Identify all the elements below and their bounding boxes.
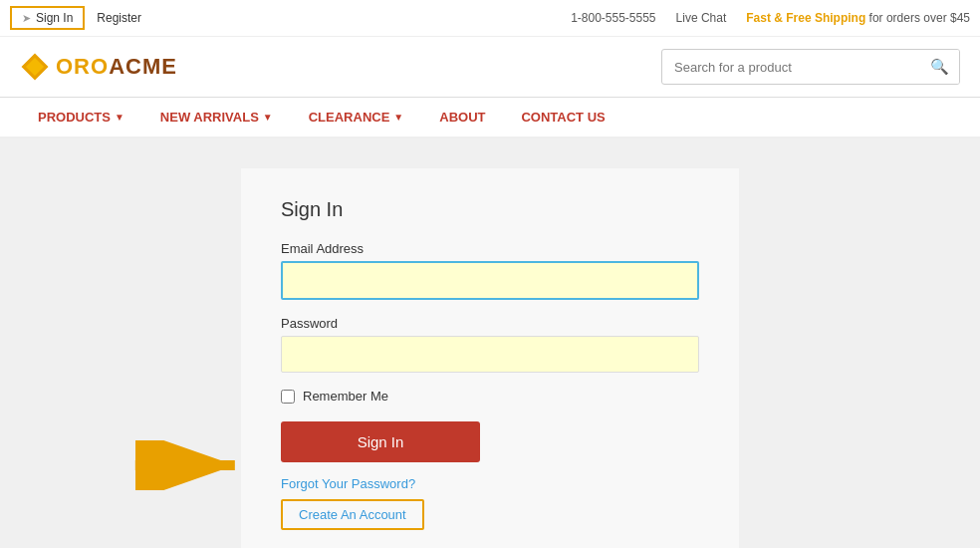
create-account-link[interactable]: Create An Account xyxy=(281,499,424,530)
nav-item-products[interactable]: PRODUCTS ▼ xyxy=(20,98,142,138)
shipping-highlight: Fast & Free Shipping xyxy=(746,11,865,25)
clearance-caret-icon: ▼ xyxy=(393,112,403,123)
pointing-arrow-icon xyxy=(129,440,249,490)
forgot-password-link[interactable]: Forgot Your Password? xyxy=(281,476,699,491)
top-bar: ➤ Sign In Register 1-800-555-5555 Live C… xyxy=(0,0,980,37)
register-link[interactable]: Register xyxy=(97,11,141,25)
live-chat-link[interactable]: Live Chat xyxy=(676,11,727,25)
password-input[interactable] xyxy=(281,336,699,373)
top-bar-left: ➤ Sign In Register xyxy=(10,6,141,30)
search-button[interactable]: 🔍 xyxy=(920,50,959,84)
email-form-group: Email Address xyxy=(281,241,699,300)
search-bar: 🔍 xyxy=(661,49,960,85)
header: OROACME 🔍 xyxy=(0,37,980,98)
remember-label: Remember Me xyxy=(303,389,388,404)
password-label: Password xyxy=(281,316,699,331)
main-content: Sign In Email Address Password Remember … xyxy=(0,138,980,548)
logo-text: OROACME xyxy=(56,54,177,80)
remember-checkbox[interactable] xyxy=(281,390,295,404)
top-bar-right: 1-800-555-5555 Live Chat Fast & Free Shi… xyxy=(571,11,970,25)
nav-item-new-arrivals[interactable]: NEW ARRIVALS ▼ xyxy=(142,98,291,138)
search-icon: 🔍 xyxy=(930,58,949,75)
main-nav: PRODUCTS ▼ NEW ARRIVALS ▼ CLEARANCE ▼ AB… xyxy=(0,98,980,138)
logo-diamond-icon xyxy=(20,52,50,82)
logo-oro: ORO xyxy=(56,54,109,79)
shipping-promo: Fast & Free Shipping for orders over $45 xyxy=(746,11,970,25)
form-title: Sign In xyxy=(281,198,699,221)
logo[interactable]: OROACME xyxy=(20,52,177,82)
remember-me-group: Remember Me xyxy=(281,389,699,404)
signin-arrow-icon: ➤ xyxy=(22,12,31,25)
nav-item-contact[interactable]: CONTACT US xyxy=(503,98,622,138)
nav-contact-label: CONTACT US xyxy=(521,110,605,125)
signin-form-container: Sign In Email Address Password Remember … xyxy=(241,168,739,548)
nav-item-clearance[interactable]: CLEARANCE ▼ xyxy=(291,98,422,138)
nav-clearance-label: CLEARANCE xyxy=(309,110,390,125)
nav-products-label: PRODUCTS xyxy=(38,110,111,125)
nav-about-label: ABOUT xyxy=(439,110,485,125)
new-arrivals-caret-icon: ▼ xyxy=(263,112,273,123)
password-form-group: Password xyxy=(281,316,699,373)
products-caret-icon: ▼ xyxy=(115,112,124,123)
signin-submit-button[interactable]: Sign In xyxy=(281,421,480,462)
shipping-rest: for orders over $45 xyxy=(869,11,970,25)
nav-new-arrivals-label: NEW ARRIVALS xyxy=(160,110,259,125)
search-input[interactable] xyxy=(662,52,920,83)
email-label: Email Address xyxy=(281,241,699,256)
sign-in-top-button[interactable]: ➤ Sign In xyxy=(10,6,85,30)
arrow-annotation xyxy=(129,440,249,490)
logo-acme: ACME xyxy=(109,54,177,79)
nav-item-about[interactable]: ABOUT xyxy=(421,98,503,138)
email-input[interactable] xyxy=(281,261,699,300)
phone-number: 1-800-555-5555 xyxy=(571,11,655,25)
sign-in-top-label: Sign In xyxy=(36,11,73,25)
